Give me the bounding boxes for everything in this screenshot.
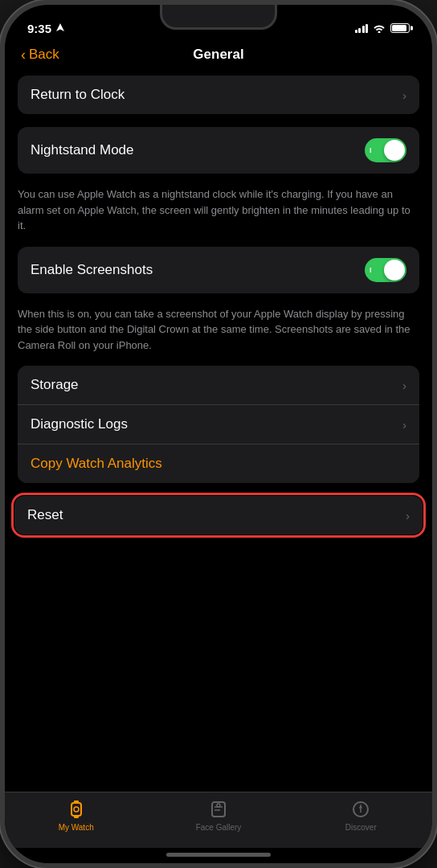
nightstand-mode-label: Nightstand Mode: [31, 142, 134, 158]
tab-discover-label: Discover: [345, 823, 377, 832]
home-indicator: [5, 848, 432, 863]
screenshots-toggle-knob: [384, 260, 405, 280]
diagnostic-logs-label: Diagnostic Logs: [31, 416, 128, 432]
reset-container: Reset ›: [14, 496, 423, 534]
signal-bars: [355, 23, 369, 33]
home-bar: [166, 853, 271, 857]
toggle-label: I: [370, 146, 372, 154]
screenshots-toggle[interactable]: I: [365, 258, 406, 282]
screenshots-description: When this is on, you can take a screensh…: [18, 306, 419, 354]
tab-face-gallery-label: Face Gallery: [196, 823, 242, 832]
back-chevron-icon: ‹: [21, 47, 26, 63]
tab-bar: My Watch Face Gallery Disco: [5, 792, 432, 848]
svg-marker-0: [56, 23, 64, 31]
reset-label: Reset: [27, 507, 63, 523]
page-title: General: [193, 47, 243, 63]
status-icons: [355, 23, 410, 33]
tab-discover[interactable]: Discover: [290, 799, 432, 832]
screenshots-toggle-label: I: [370, 266, 372, 274]
face-gallery-icon: [208, 799, 229, 820]
nightstand-mode-group: Nightstand Mode I: [18, 127, 419, 174]
copy-watch-analytics-item[interactable]: Copy Watch Analytics: [18, 444, 419, 483]
status-time: 9:35: [27, 22, 64, 35]
screen: 9:35: [5, 5, 432, 863]
svg-point-8: [217, 804, 220, 807]
signal-bar-1: [355, 30, 357, 33]
return-to-clock-label: Return to Clock: [31, 87, 125, 103]
wifi-icon: [373, 23, 386, 33]
return-to-clock-item[interactable]: Return to Clock ›: [18, 76, 419, 114]
return-to-clock-group: Return to Clock ›: [18, 76, 419, 114]
svg-rect-2: [74, 800, 79, 804]
diagnostic-chevron-icon: ›: [402, 418, 406, 432]
phone-frame: 9:35: [0, 0, 437, 868]
toggle-knob: [384, 140, 405, 161]
enable-screenshots-item[interactable]: Enable Screenshots I: [18, 247, 419, 293]
reset-chevron-icon: ›: [406, 509, 410, 522]
my-watch-icon: [66, 799, 87, 820]
storage-chevron-icon: ›: [402, 379, 406, 392]
location-icon: [56, 23, 64, 33]
nightstand-mode-item[interactable]: Nightstand Mode I: [18, 127, 419, 174]
storage-label: Storage: [31, 377, 79, 393]
time-display: 9:35: [27, 22, 51, 35]
battery-fill: [392, 25, 406, 31]
nightstand-toggle[interactable]: I: [365, 138, 406, 162]
reset-item[interactable]: Reset ›: [14, 496, 423, 534]
status-bar: 9:35: [5, 5, 432, 40]
reset-group: Reset ›: [14, 496, 423, 534]
tab-my-watch[interactable]: My Watch: [5, 799, 147, 832]
enable-screenshots-label: Enable Screenshots: [31, 262, 153, 278]
chevron-right-icon: ›: [402, 88, 406, 102]
signal-bar-3: [362, 26, 365, 33]
discover-icon: [350, 799, 371, 820]
back-button[interactable]: ‹ Back: [21, 47, 59, 63]
svg-rect-3: [74, 815, 79, 818]
signal-bar-2: [358, 28, 361, 33]
enable-screenshots-group: Enable Screenshots I: [18, 247, 419, 293]
battery-icon: [390, 23, 410, 33]
nav-bar: ‹ Back General: [5, 40, 432, 69]
copy-watch-analytics-label: Copy Watch Analytics: [31, 456, 162, 472]
diagnostic-logs-item[interactable]: Diagnostic Logs ›: [18, 405, 419, 444]
tab-my-watch-label: My Watch: [59, 823, 94, 832]
nightstand-description: You can use Apple Watch as a nightstand …: [18, 186, 419, 234]
svg-rect-1: [71, 803, 81, 816]
main-content: Return to Clock › Nightstand Mode I You …: [5, 69, 432, 792]
signal-bar-4: [366, 24, 368, 33]
storage-group: Storage › Diagnostic Logs › Copy Watch A…: [18, 366, 419, 483]
back-label: Back: [29, 47, 59, 63]
svg-point-4: [74, 807, 79, 812]
tab-face-gallery[interactable]: Face Gallery: [147, 799, 289, 832]
storage-item[interactable]: Storage ›: [18, 366, 419, 405]
